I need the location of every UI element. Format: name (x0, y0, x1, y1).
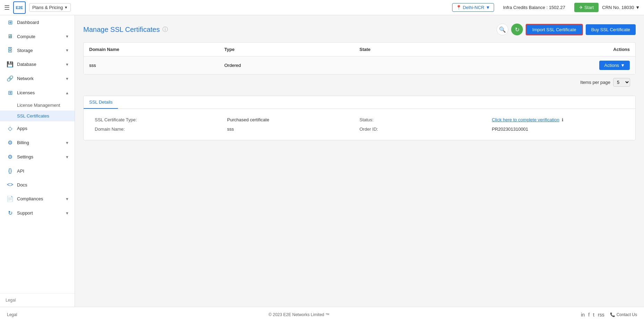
ssl-cert-type-value: Purchased certificate (227, 117, 360, 122)
actions-dropdown-button[interactable]: Actions ▼ (599, 61, 630, 70)
sidebar-footer: Legal (0, 293, 75, 307)
pin-icon: 📍 (456, 5, 461, 10)
sidebar-item-support[interactable]: ↻ Support ▼ (0, 206, 75, 220)
verify-link[interactable]: Click here to complete verification (492, 117, 559, 122)
sidebar-item-compliances[interactable]: 📄 Compliances ▼ (0, 192, 75, 206)
page-title: Manage SSL Certificates ⓘ (83, 26, 168, 34)
sidebar-item-label: Compliances (17, 196, 62, 201)
sidebar-item-compute[interactable]: 🖥 Compute ▼ (0, 29, 75, 43)
ssl-cert-type-label: SSL Certificate Type: (95, 117, 227, 122)
sidebar-item-label: Network (17, 76, 62, 81)
col-actions: Actions (495, 47, 630, 52)
order-id-label: Order ID: (359, 127, 492, 132)
facebook-icon[interactable]: f (588, 312, 590, 317)
dashboard-icon: ⊞ (7, 19, 14, 26)
buy-ssl-button[interactable]: Buy SSL Certificate (586, 24, 636, 35)
region-chevron: ▼ (486, 5, 490, 10)
storage-icon: 🗄 (7, 47, 14, 53)
order-id-value: PR202301310001 (492, 127, 625, 132)
col-state: State (359, 47, 495, 52)
ssl-certificates-table: Domain Name Type State Actions sss Order… (83, 42, 636, 75)
sidebar-item-label: Storage (17, 48, 62, 53)
sidebar-item-licenses[interactable]: ⊞ Licenses ▲ (0, 86, 75, 100)
database-arrow: ▼ (65, 62, 69, 67)
phone-icon: 📞 (610, 312, 615, 317)
col-type: Type (224, 47, 360, 52)
apps-icon: ◇ (7, 125, 14, 132)
start-icon: ✈ (579, 5, 583, 10)
sidebar-sub-ssl-certificates[interactable]: SSL Certificates (0, 111, 75, 121)
domain-name-value: sss (227, 127, 360, 132)
crn-info[interactable]: CRN No. 18030 ▼ (602, 5, 640, 10)
sidebar-item-database[interactable]: 💾 Database ▼ (0, 57, 75, 71)
start-button[interactable]: ✈ Start (574, 3, 599, 12)
help-icon[interactable]: ⓘ (162, 26, 168, 33)
table-header: Domain Name Type State Actions (84, 43, 635, 56)
tab-ssl-details[interactable]: SSL Details (84, 96, 118, 109)
api-icon: {} (7, 168, 14, 174)
sidebar-item-network[interactable]: 🔗 Network ▼ (0, 71, 75, 86)
sidebar-item-docs[interactable]: <> Docs (0, 178, 75, 192)
compute-icon: 🖥 (7, 33, 14, 40)
status-label: Status: (359, 117, 492, 122)
type-value: Ordered (224, 63, 360, 68)
items-per-page-label: Items per page (580, 80, 610, 85)
twitter-icon[interactable]: t (593, 312, 594, 317)
settings-arrow: ▼ (65, 155, 69, 159)
sidebar-sub-license-management[interactable]: License Management (0, 100, 75, 111)
sidebar-item-label: Dashboard (17, 20, 69, 25)
detail-content: SSL Certificate Type: Purchased certific… (84, 109, 635, 140)
detail-tabs: SSL Details (84, 96, 635, 109)
footer-copyright: © 2023 E2E Networks Limited ™ (269, 312, 330, 317)
import-ssl-button[interactable]: Import SSL Certificate (526, 24, 583, 35)
hamburger-icon[interactable]: ☰ (4, 4, 10, 11)
status-info-icon[interactable]: ℹ (562, 118, 564, 122)
licenses-arrow: ▲ (65, 91, 69, 95)
sidebar-item-apps[interactable]: ◇ Apps (0, 121, 75, 136)
domain-value: sss (89, 63, 224, 68)
refresh-button[interactable]: ↻ (511, 24, 523, 35)
sidebar-item-label: Docs (17, 182, 69, 188)
compliances-icon: 📄 (7, 195, 14, 202)
top-header: ☰ E2E Plans & Pricing ▼ 📍 Delhi-NCR ▼ In… (0, 0, 644, 15)
sidebar-item-label: Licenses (17, 90, 62, 95)
page-actions: 🔍 ↻ Import SSL Certificate Buy SSL Certi… (497, 24, 636, 35)
contact-us-link[interactable]: 📞 Contact Us (610, 312, 637, 317)
app-body: ⊞ Dashboard 🖥 Compute ▼ 🗄 Storage ▼ 💾 Da… (0, 15, 644, 307)
refresh-icon: ↻ (515, 26, 519, 33)
row-actions: Actions ▼ (495, 61, 630, 70)
pagination: Items per page 5 10 25 50 (83, 75, 636, 90)
licenses-submenu: License Management SSL Certificates (0, 100, 75, 121)
items-per-page-select[interactable]: 5 10 25 50 (613, 78, 630, 87)
region-label: Delhi-NCR (463, 5, 484, 10)
sidebar-item-api[interactable]: {} API (0, 164, 75, 178)
linkedin-icon[interactable]: in (581, 312, 585, 317)
licenses-icon: ⊞ (7, 89, 14, 96)
storage-arrow: ▼ (65, 48, 69, 52)
region-selector[interactable]: 📍 Delhi-NCR ▼ (452, 3, 494, 12)
plans-pricing-selector[interactable]: Plans & Pricing ▼ (29, 3, 71, 12)
actions-chevron: ▼ (620, 63, 625, 68)
sidebar-item-label: Billing (17, 140, 62, 145)
network-arrow: ▼ (65, 77, 69, 81)
search-button[interactable]: 🔍 (497, 24, 508, 35)
sidebar-item-label: API (17, 168, 69, 174)
support-icon: ↻ (7, 210, 14, 216)
support-arrow: ▼ (65, 211, 69, 215)
rss-icon[interactable]: rss (598, 312, 604, 317)
footer-right: in f t rss 📞 Contact Us (581, 312, 637, 317)
table-row: sss Ordered Actions ▼ (84, 56, 635, 74)
logo: E2E (13, 1, 26, 14)
sidebar-item-storage[interactable]: 🗄 Storage ▼ (0, 43, 75, 57)
detail-grid: SSL Certificate Type: Purchased certific… (95, 117, 624, 132)
search-icon: 🔍 (499, 26, 506, 33)
sidebar-item-settings[interactable]: ⚙ Settings ▼ (0, 150, 75, 164)
sidebar: ⊞ Dashboard 🖥 Compute ▼ 🗄 Storage ▼ 💾 Da… (0, 15, 75, 307)
sidebar-item-dashboard[interactable]: ⊞ Dashboard (0, 15, 75, 29)
sidebar-item-billing[interactable]: ⚙ Billing ▼ (0, 136, 75, 150)
page-header: Manage SSL Certificates ⓘ 🔍 ↻ Import SSL… (83, 24, 636, 35)
billing-icon: ⚙ (7, 139, 14, 146)
footer-legal[interactable]: Legal (7, 312, 17, 317)
crn-chevron: ▼ (635, 5, 640, 10)
domain-name-label: Domain Name: (95, 127, 227, 132)
